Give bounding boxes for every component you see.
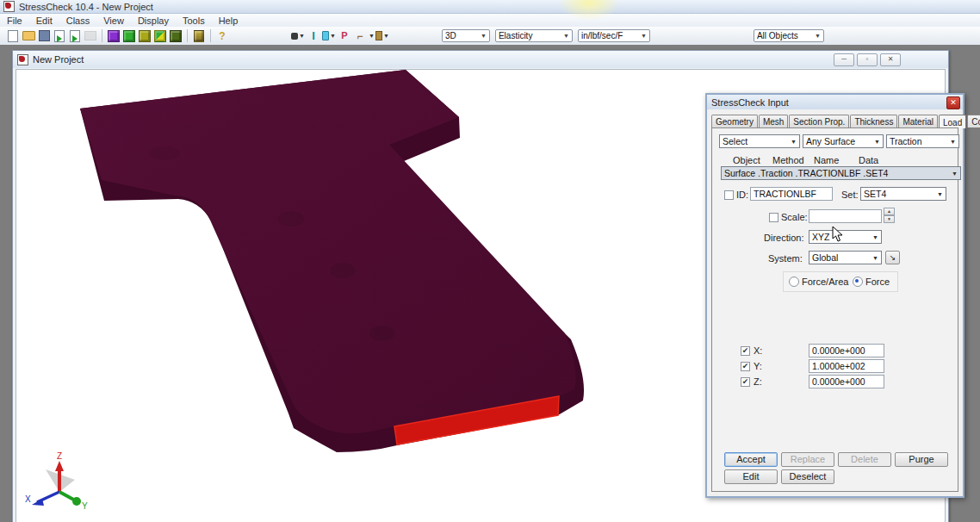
- dialog-title: StressCheck Input: [711, 97, 789, 108]
- x-checkbox[interactable]: [741, 346, 750, 356]
- dialog-tab-strip: Geometry Mesh Section Prop. Thickness Ma…: [711, 113, 958, 127]
- save-file-icon[interactable]: [37, 29, 51, 42]
- y-value-input[interactable]: [809, 359, 884, 373]
- load-type-dropdown[interactable]: Traction▼: [886, 134, 959, 148]
- direction-dropdown[interactable]: XYZ▼: [809, 230, 882, 244]
- header-object: Object: [733, 155, 760, 165]
- stresscheck-input-dialog: StressCheck Input ✕ Geometry Mesh Sectio…: [705, 93, 964, 498]
- system-label: System:: [768, 253, 803, 264]
- tab-section-prop[interactable]: Section Prop.: [789, 115, 849, 127]
- export-file-icon[interactable]: [68, 29, 82, 42]
- help-icon[interactable]: ?: [215, 29, 229, 42]
- model-window-title-bar[interactable]: New Project: [13, 51, 948, 68]
- scale-label: Scale:: [781, 212, 808, 222]
- menu-help[interactable]: Help: [212, 16, 245, 26]
- y-label: Y:: [754, 361, 762, 371]
- deselect-button[interactable]: Deselect: [781, 469, 834, 484]
- units-dropdown[interactable]: in/lbf/sec/F▼: [578, 29, 650, 42]
- z-value-input[interactable]: [809, 375, 884, 388]
- system-dropdown[interactable]: Global▼: [809, 251, 882, 264]
- force-radio[interactable]: Force: [853, 277, 890, 287]
- axis-z-label: Z: [57, 451, 62, 461]
- menu-display[interactable]: Display: [131, 16, 176, 26]
- x-label: X:: [754, 345, 762, 356]
- open-file-icon[interactable]: [22, 29, 35, 42]
- replace-button[interactable]: Replace: [781, 452, 834, 467]
- menu-bar: File Edit Class View Display Tools Help: [0, 14, 980, 28]
- points-icon[interactable]: P: [338, 29, 351, 42]
- layers-icon[interactable]: ▼: [322, 29, 336, 42]
- menu-file[interactable]: File: [0, 16, 29, 26]
- axis-triad: Z X Y: [25, 451, 94, 519]
- tab-thickness[interactable]: Thickness: [850, 115, 897, 127]
- spin-down-icon: ▼: [884, 215, 895, 223]
- minimize-icon[interactable]: ─: [834, 53, 854, 66]
- scale-spinner[interactable]: ▲▼: [884, 208, 895, 223]
- scale-checkbox[interactable]: [769, 213, 778, 222]
- spin-up-icon: ▲: [884, 208, 895, 215]
- tab-geometry[interactable]: Geometry: [711, 115, 758, 127]
- close-icon[interactable]: ✕: [880, 53, 901, 66]
- material-class-icon[interactable]: [138, 29, 152, 42]
- analysis-type-dropdown[interactable]: Elasticity▼: [495, 29, 573, 42]
- app-logo-icon: [3, 1, 15, 12]
- menu-view[interactable]: View: [96, 16, 131, 26]
- import-file-icon[interactable]: [53, 29, 66, 42]
- mesh-class-icon[interactable]: [122, 29, 136, 42]
- set-dropdown[interactable]: SET4▼: [860, 187, 946, 201]
- header-name: Name: [814, 155, 839, 165]
- force-area-radio[interactable]: Force/Area: [789, 277, 848, 287]
- tab-mesh[interactable]: Mesh: [759, 115, 788, 127]
- z-label: Z:: [754, 376, 762, 387]
- x-value-input[interactable]: [809, 344, 884, 357]
- app-title-bar: StressCheck 10.4 - New Project: [0, 0, 980, 14]
- set-label: Set:: [841, 190, 859, 200]
- load-tab-panel: Select▼ Any Surface▼ Traction▼ Object Me…: [711, 127, 958, 492]
- solution-icon[interactable]: [192, 29, 206, 42]
- dialog-title-bar[interactable]: StressCheck Input: [707, 95, 963, 109]
- id-input[interactable]: [750, 187, 833, 201]
- new-file-icon[interactable]: [6, 29, 20, 42]
- id-checkbox[interactable]: [724, 190, 734, 200]
- model-window-title: New Project: [33, 54, 84, 65]
- accept-button[interactable]: Accept: [724, 452, 778, 467]
- select-tool-icon[interactable]: I: [307, 29, 320, 42]
- plot-icon[interactable]: ⌐: [353, 29, 367, 42]
- object-filter-dropdown[interactable]: All Objects▼: [754, 29, 824, 42]
- load-class-icon[interactable]: [153, 29, 167, 42]
- axis-x-label: X: [25, 494, 31, 504]
- header-method: Method: [772, 155, 804, 165]
- menu-edit[interactable]: Edit: [29, 16, 59, 26]
- geometry-class-icon[interactable]: [107, 29, 121, 42]
- delete-button[interactable]: Delete: [838, 452, 891, 467]
- print-icon[interactable]: [84, 29, 97, 42]
- record-dropdown[interactable]: Surface .Traction .TRACTIONLBF .SET4▼: [721, 166, 961, 180]
- axis-y-label: Y: [82, 501, 88, 511]
- target-dropdown[interactable]: Any Surface▼: [803, 134, 884, 148]
- scale-input[interactable]: [809, 209, 882, 223]
- tab-material[interactable]: Material: [898, 115, 938, 127]
- system-pick-button[interactable]: ↘: [885, 251, 900, 264]
- main-toolbar: ? ▼ I ▼ P ⌐▼ ▼ 3D▼ Elasticity▼ in/lbf/se…: [0, 27, 980, 46]
- force-option-group: Force/Area Force: [783, 271, 898, 292]
- display-mode-icon[interactable]: ▼: [291, 29, 305, 42]
- y-checkbox[interactable]: [741, 362, 750, 371]
- dimension-dropdown[interactable]: 3D▼: [442, 29, 490, 42]
- header-data: Data: [859, 155, 878, 165]
- direction-label: Direction:: [764, 233, 803, 243]
- edit-button[interactable]: Edit: [724, 469, 778, 484]
- mode-dropdown[interactable]: Select▼: [719, 134, 800, 148]
- dialog-close-icon[interactable]: ✕: [946, 96, 960, 109]
- capture-icon[interactable]: ▼: [375, 29, 389, 42]
- id-label: ID:: [736, 190, 748, 200]
- purge-button[interactable]: Purge: [895, 452, 948, 467]
- constraint-class-icon[interactable]: [169, 29, 183, 42]
- restore-icon[interactable]: ▫: [857, 53, 878, 66]
- menu-class[interactable]: Class: [59, 16, 97, 26]
- model-window-icon: [17, 54, 28, 65]
- menu-tools[interactable]: Tools: [176, 16, 212, 26]
- app-title: StressCheck 10.4 - New Project: [19, 2, 153, 12]
- tab-load[interactable]: Load: [939, 115, 966, 128]
- tab-constraint[interactable]: Cc: [967, 115, 980, 127]
- z-checkbox[interactable]: [741, 377, 750, 387]
